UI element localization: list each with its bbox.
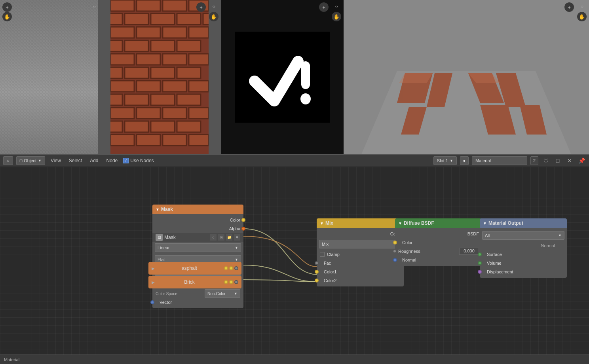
mask-colorspace-dropdown[interactable]: Non-Color ▼ [205,289,240,298]
vp2-hand-icon[interactable]: ✋ [209,12,218,21]
vp1-add-icon[interactable]: + [2,2,12,12]
vp1-arrows: ‹› [93,4,96,9]
output-volume-socket[interactable] [478,261,482,265]
diffuse-collapse-icon[interactable]: ▼ [398,221,402,226]
mask-image-copy-icon[interactable]: ⎘ [218,234,224,241]
brick-arrow: ▶ [152,280,155,284]
asphalt-output-socket3[interactable] [234,266,238,270]
delete-material-icon[interactable]: ✕ [565,156,574,165]
brick-output-socket2[interactable] [229,280,233,284]
slot-selector[interactable]: Slot 1 ▼ [433,156,457,165]
diffuse-normal-socket[interactable] [393,258,397,262]
mask-image-view-icon[interactable]: ○ [210,234,217,241]
menu-add[interactable]: Add [87,157,101,164]
asphalt-output-socket[interactable] [224,266,228,270]
node-editor[interactable]: ▼ Mask Color Alpha 🖼 Mask ○ ⎘ 📁 ✕ [0,167,589,355]
viewport-3d[interactable]: + ‹› ✋ [344,0,589,154]
mix-collapse-icon[interactable]: ▼ [320,221,324,226]
vp4-add-icon[interactable]: + [564,2,574,12]
mask-image-type-icon[interactable]: 🖼 [156,234,163,241]
asphalt-output-socket2[interactable] [229,266,233,270]
svg-rect-40 [151,121,175,132]
mask-collapse-icon[interactable]: ▼ [156,207,160,212]
svg-rect-2 [137,0,160,11]
mix-color1-socket[interactable] [315,270,319,274]
new-material-icon[interactable]: □ [553,156,562,165]
mask-node-body: Color Alpha 🖼 Mask ○ ⎘ 📁 ✕ Linear ▼ [152,214,243,308]
output-surface-socket[interactable] [478,252,482,256]
menu-select[interactable]: Select [66,157,84,164]
vp4-hand-icon[interactable]: ✋ [577,12,587,21]
mask-node-header[interactable]: ▼ Mask [152,205,243,214]
mask-image [235,32,330,123]
mask-title: Mask [161,207,173,212]
mix-node-header[interactable]: ▼ Mix [317,218,404,228]
mix-clamp-checkbox[interactable] [320,252,325,257]
mode-icon-btn[interactable]: ○ [3,156,13,165]
diffuse-color-socket[interactable] [393,241,397,245]
vp3-add-icon[interactable]: + [319,2,329,12]
flat-chevron: ▼ [235,258,238,262]
checkmark-svg [243,38,322,117]
material-selector[interactable]: Material [472,156,527,165]
slot-label: Slot 1 [437,158,448,163]
menu-view[interactable]: View [48,157,63,164]
svg-rect-27 [137,81,160,92]
output-title: Material Output [488,220,523,226]
brick-output-socket3[interactable] [234,280,238,284]
output-dropdown-row: All ▼ [480,229,567,241]
svg-rect-39 [125,121,148,132]
mask-image-delete-icon[interactable]: ✕ [234,234,240,241]
mask-vector-label: Vector [160,300,172,305]
mix-color2-socket[interactable] [315,279,319,282]
output-node-header[interactable]: ▼ Material Output [480,218,567,228]
vp2-add-icon[interactable]: + [196,2,206,12]
mix-fac-label: Fac [324,261,331,265]
output-type-dropdown[interactable]: All ▼ [482,231,564,240]
mask-flat-value: Flat [158,257,165,262]
node-brick[interactable]: ▶ Brick [148,276,241,288]
mask-image-open-icon[interactable]: 📁 [226,234,232,241]
mask-linear-dropdown[interactable]: Linear ▼ [155,243,241,252]
svg-rect-43 [137,135,160,146]
output-type-value: All [485,233,490,238]
svg-rect-1 [110,0,134,11]
output-displacement-input: Displacement [480,267,567,276]
svg-rect-18 [110,54,134,65]
diffuse-roughness-label: Roughness [398,249,420,254]
node-asphalt[interactable]: ▶ asphalt [148,262,241,275]
brick-output-socket[interactable] [224,280,228,284]
viewport-asphalt[interactable]: + ‹› ✋ [0,0,98,154]
diffuse-roughness-value[interactable]: 0.000 [459,248,479,255]
svg-rect-26 [110,81,134,92]
menu-node[interactable]: Node [104,157,120,164]
mask-color-socket[interactable] [241,218,245,222]
mix-fac-socket[interactable] [315,261,319,265]
svg-rect-29 [189,81,209,92]
svg-rect-20 [163,54,186,65]
vp3-hand-icon[interactable]: ✋ [332,12,341,21]
output-collapse-icon[interactable]: ▼ [483,221,487,226]
mask-vector-socket[interactable] [150,300,154,304]
context-selector[interactable]: □ Object ▼ [16,156,45,165]
diffuse-node-header[interactable]: ▼ Diffuse BSDF [395,218,482,228]
diffuse-roughness-socket[interactable] [393,249,397,253]
svg-rect-25 [177,67,201,78]
shield-icon[interactable]: 🛡 [542,156,550,165]
viewport-brick[interactable]: + ‹› ✋ [98,0,221,154]
mask-image-label: Mask [164,235,209,240]
viewport-mask[interactable]: + ‹› ✋ [221,0,344,154]
diffuse-normal-input: Normal [395,256,482,264]
output-displacement-socket[interactable] [478,270,482,274]
render-svg [344,0,589,154]
vp1-hand-icon[interactable]: ✋ [2,12,12,21]
use-nodes-checkbox[interactable]: ✓ Use Nodes [123,158,154,163]
mask-alpha-socket[interactable] [241,227,245,231]
use-nodes-label: Use Nodes [130,158,154,163]
asphalt-texture [0,0,98,154]
material-sphere-icon[interactable]: ● [460,156,469,165]
diffuse-normal-label: Normal [402,258,416,262]
mix-type-dropdown[interactable]: Mix ▼ [319,240,401,248]
svg-rect-12 [163,27,186,38]
pin-icon[interactable]: 📌 [577,156,586,165]
